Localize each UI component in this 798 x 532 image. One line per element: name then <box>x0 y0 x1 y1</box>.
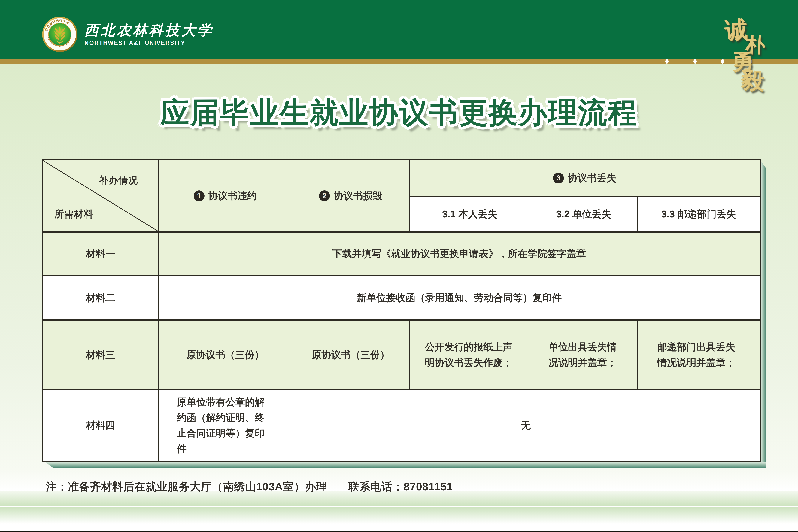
row-label-material-4: 材料四 <box>43 391 159 460</box>
university-name-en: NORTHWEST A&F UNIVERSITY <box>84 40 213 46</box>
column-header-lost: 3 协议书丢失 <box>410 160 760 197</box>
row-label-material-2: 材料二 <box>43 276 159 321</box>
material-1-value: 下载并填写《就业协议书更换申请表》，所在学院签字盖章 <box>159 233 760 276</box>
material-3-lost-self: 公开发行的报纸上声明协议书丢失作废； <box>410 321 530 391</box>
bottom-edge-line <box>0 531 798 532</box>
material-4-breach: 原单位带有公章的解约函（解约证明、终止合同证明等）复印件 <box>159 391 292 460</box>
gold-divider-bar <box>0 59 798 64</box>
subheader-lost-by-employer: 3.2 单位丢失 <box>530 197 638 233</box>
contact-phone: 联系电话：87081151 <box>348 480 453 493</box>
table-shadow-bottom <box>43 462 766 469</box>
corner-header-cell: 补办情况 所需材料 <box>43 160 159 233</box>
badge-1-icon: 1 <box>194 190 205 201</box>
motto-char-cheng: 诚 <box>724 17 748 42</box>
column-header-label: 协议书丢失 <box>568 170 616 186</box>
subheader-lost-by-post: 3.3 邮递部门丢失 <box>638 197 760 233</box>
column-header-label: 协议书违约 <box>208 188 257 204</box>
note-text: 注：准备齐材料后在就业服务大厅（南绣山103A室）办理 <box>46 480 327 493</box>
header-band: 西北农林科技大学 NORTHWEST A&F UNIVERSITY 西北农林科技… <box>0 0 798 59</box>
university-emblem-logo: 西北农林科技大学 NORTHWEST A&F UNIVERSITY <box>42 17 78 52</box>
row-label-material-3: 材料三 <box>43 321 159 391</box>
materials-table: 补办情况 所需材料 1 协议书违约 2 协议书损毁 3 协议书丢失 3.1 本人… <box>42 159 761 462</box>
poster-page: 西北农林科技大学 NORTHWEST A&F UNIVERSITY 西北农林科技… <box>0 0 798 532</box>
material-3-damaged: 原协议书（三份） <box>292 321 410 391</box>
dot-decoration <box>721 59 724 63</box>
column-header-damaged: 2 协议书损毁 <box>292 160 410 233</box>
badge-2-icon: 2 <box>319 190 330 201</box>
corner-label-situation: 补办情况 <box>99 173 138 188</box>
corner-label-materials: 所需材料 <box>54 207 93 222</box>
table-shadow-right <box>761 160 766 469</box>
university-wordmark: 西北农林科技大学 NORTHWEST A&F UNIVERSITY <box>84 23 213 46</box>
material-3-breach: 原协议书（三份） <box>159 321 292 391</box>
row-label-material-1: 材料一 <box>43 233 159 276</box>
university-name-zh: 西北农林科技大学 <box>84 23 213 37</box>
dot-decoration <box>694 59 697 63</box>
motto-char-yi: 毅 <box>741 68 764 92</box>
material-2-value: 新单位接收函（录用通知、劳动合同等）复印件 <box>159 276 760 321</box>
footer-gradient-band-bottom <box>0 507 798 524</box>
dot-decoration <box>665 59 668 63</box>
material-3-lost-post: 邮递部门出具丢失情况说明并盖章； <box>638 321 760 391</box>
column-header-breach: 1 协议书违约 <box>159 160 292 233</box>
material-3-lost-employer: 单位出具丢失情况说明并盖章； <box>530 321 638 391</box>
university-brand: 西北农林科技大学 NORTHWEST A&F UNIVERSITY 西北农林科技… <box>42 17 213 52</box>
subheader-lost-by-self: 3.1 本人丢失 <box>410 197 530 233</box>
page-title: 应届毕业生就业协议书更换办理流程 <box>0 93 798 132</box>
footer-note: 注：准备齐材料后在就业服务大厅（南绣山103A室）办理联系电话：87081151 <box>46 479 453 494</box>
material-4-none: 无 <box>292 391 760 460</box>
badge-3-icon: 3 <box>553 173 564 184</box>
column-header-label: 协议书损毁 <box>334 188 382 204</box>
